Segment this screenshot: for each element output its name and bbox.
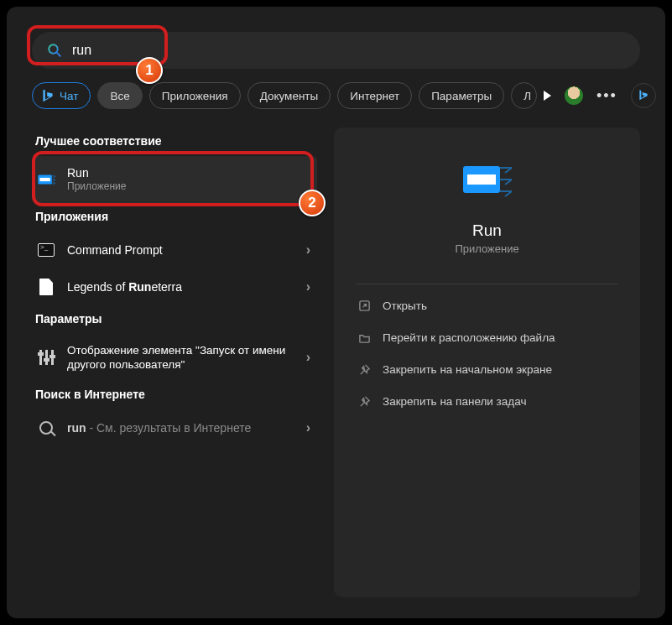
bing-button[interactable]	[631, 83, 656, 108]
filter-all[interactable]: Все	[97, 82, 142, 109]
bing-icon	[637, 89, 650, 102]
pin-icon	[357, 362, 371, 376]
results-column: Лучшее соответствие Run Приложение Прило…	[32, 128, 317, 597]
action-pin-start[interactable]: Закрепить на начальном экране	[356, 353, 618, 385]
result-title: Legends of Runeterra	[67, 280, 306, 294]
user-avatar[interactable]	[565, 86, 583, 105]
result-subtitle: Приложение	[67, 180, 310, 193]
chevron-right-icon: ›	[306, 350, 310, 365]
chevron-right-icon: ›	[306, 420, 310, 435]
annotation-badge-2: 2	[299, 190, 326, 216]
svg-rect-5	[467, 174, 496, 185]
run-app-icon	[37, 170, 55, 189]
magnifier-icon	[37, 419, 55, 437]
action-label: Открыть	[383, 299, 427, 312]
preview-subtitle: Приложение	[455, 242, 518, 255]
filter-web[interactable]: Интернет	[337, 82, 412, 109]
search-input[interactable]	[72, 43, 625, 58]
action-open[interactable]: Открыть	[356, 289, 618, 321]
result-web-search[interactable]: run - См. результаты в Интернете ›	[32, 409, 317, 446]
result-setting-runas[interactable]: Отображение элемента "Запуск от имени др…	[32, 334, 317, 381]
filter-settings[interactable]: Параметры	[419, 82, 504, 109]
filter-chat-label: Чат	[60, 90, 78, 102]
open-icon	[357, 299, 371, 312]
preview-title: Run	[472, 221, 502, 240]
annotation-badge-1: 1	[136, 57, 163, 84]
svg-rect-3	[39, 178, 49, 181]
preview-app-icon	[463, 163, 512, 206]
result-legends-runeterra[interactable]: Legends of Runeterra ›	[32, 268, 317, 305]
section-settings: Параметры	[35, 312, 314, 326]
section-best-match: Лучшее соответствие	[35, 134, 314, 148]
sliders-icon	[37, 348, 55, 367]
play-icon[interactable]	[544, 91, 551, 101]
section-apps: Приложения	[35, 210, 314, 223]
chevron-right-icon: ›	[306, 242, 310, 258]
filter-more-cut[interactable]: Л	[511, 82, 537, 109]
document-icon	[37, 278, 55, 296]
more-icon[interactable]: •••	[596, 87, 617, 105]
bing-chat-icon	[41, 89, 55, 102]
filter-apps[interactable]: Приложения	[149, 82, 241, 109]
filter-chat[interactable]: Чат	[32, 82, 91, 109]
result-title: run - См. результаты в Интернете	[67, 421, 306, 435]
result-command-prompt[interactable]: Command Prompt ›	[32, 232, 317, 268]
pin-icon	[357, 394, 371, 408]
action-file-location[interactable]: Перейти к расположению файла	[356, 321, 618, 353]
action-label: Закрепить на панели задач	[383, 395, 526, 408]
cmd-icon	[37, 241, 55, 259]
divider	[356, 284, 618, 284]
result-best-match[interactable]: Run Приложение	[32, 156, 317, 203]
result-title: Run	[67, 166, 310, 180]
action-label: Закрепить на начальном экране	[383, 363, 552, 376]
result-title: Command Prompt	[67, 243, 306, 258]
preview-panel: Run Приложение Открыть Перейти к располо…	[334, 128, 640, 597]
action-pin-taskbar[interactable]: Закрепить на панели задач	[356, 385, 618, 417]
search-icon	[47, 43, 62, 58]
result-title: Отображение элемента "Запуск от имени др…	[67, 343, 306, 372]
search-box[interactable]	[32, 32, 640, 69]
filter-docs[interactable]: Документы	[247, 82, 331, 109]
chevron-right-icon: ›	[306, 279, 310, 294]
action-label: Перейти к расположению файла	[383, 331, 555, 344]
filter-row: Чат Все Приложения Документы Интернет Па…	[32, 81, 640, 111]
folder-icon	[357, 331, 371, 344]
section-web: Поиск в Интернете	[35, 388, 314, 401]
svg-line-1	[57, 53, 60, 56]
